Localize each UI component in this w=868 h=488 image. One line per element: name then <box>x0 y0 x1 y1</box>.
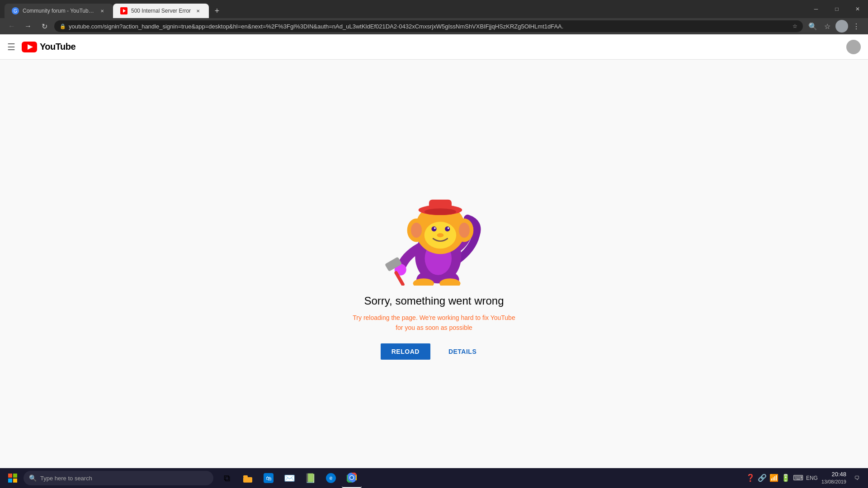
new-tab-button[interactable]: + <box>211 5 223 17</box>
error-title: Sorry, something went wrong <box>364 295 504 307</box>
browser-tab-2[interactable]: 500 Internal Server Error ✕ <box>113 4 209 18</box>
taskbar-search-icon: 🔍 <box>29 474 37 482</box>
taskbar-app-store[interactable]: 🛍 <box>259 468 278 488</box>
svg-text:G: G <box>14 9 17 14</box>
battery-icon: 🔋 <box>781 474 790 482</box>
extensions-icon[interactable]: ⋮ <box>850 20 863 33</box>
youtube-logo-text: YouTube <box>40 42 75 52</box>
youtube-page: ☰ YouTube <box>0 34 868 468</box>
close-button[interactable]: ✕ <box>847 0 868 18</box>
yt-user-avatar[interactable] <box>846 40 861 54</box>
address-bar[interactable]: 🔒 youtube.com/signin?action_handle_signi… <box>54 20 803 32</box>
browser-tab-1[interactable]: G Community forum - YouTube He... ✕ <box>5 4 113 18</box>
taskbar-right: ❓ 🔗 📶 🔋 ⌨ ENG 20:48 13/08/2019 🗨 <box>746 470 864 486</box>
youtube-header: ☰ YouTube <box>0 34 868 60</box>
taskbar-app-chrome[interactable] <box>342 468 362 488</box>
hamburger-menu-icon[interactable]: ☰ <box>7 42 15 52</box>
clock-time: 20:48 <box>821 470 846 479</box>
tab1-title: Community forum - YouTube He... <box>23 8 95 14</box>
taskbar-app-green[interactable]: 📗 <box>300 468 320 488</box>
yt-header-right <box>846 40 861 54</box>
taskbar-app-explorer[interactable] <box>238 468 258 488</box>
svg-rect-32 <box>13 479 17 483</box>
start-button[interactable] <box>4 469 22 487</box>
svg-rect-30 <box>13 474 17 478</box>
network-icon[interactable]: 🔗 <box>758 474 767 482</box>
taskbar-app-edge[interactable]: e <box>321 468 341 488</box>
svg-rect-34 <box>243 475 248 478</box>
windows-taskbar: 🔍 Type here to search ⧉ 🛍 ✉️ 📗 e <box>0 468 868 488</box>
svg-rect-31 <box>8 479 12 483</box>
bookmark-icon[interactable]: ☆ <box>793 23 797 29</box>
search-toolbar-icon[interactable]: 🔍 <box>807 20 819 33</box>
svg-rect-33 <box>243 477 252 483</box>
tab2-title: 500 Internal Server Error <box>131 8 191 14</box>
svg-text:e: e <box>330 475 333 481</box>
details-button[interactable]: DETAILS <box>438 343 487 360</box>
tab2-favicon <box>120 7 127 14</box>
back-button[interactable]: ← <box>5 20 18 33</box>
chrome-addressbar: ← → ↻ 🔒 youtube.com/signin?action_handle… <box>0 18 868 34</box>
lock-icon: 🔒 <box>60 23 66 29</box>
svg-point-28 <box>425 208 457 215</box>
error-subtitle-line2: for you as soon as possible <box>396 324 472 331</box>
svg-point-22 <box>445 226 450 231</box>
window-controls: ─ □ ✕ <box>806 0 868 18</box>
taskbar-search-placeholder: Type here to search <box>40 475 92 482</box>
forward-button[interactable]: → <box>22 20 34 33</box>
maximize-button[interactable]: □ <box>826 0 847 18</box>
clock-date: 13/08/2019 <box>821 479 846 485</box>
tab2-close-button[interactable]: ✕ <box>194 7 202 14</box>
taskbar-app-mail[interactable]: ✉️ <box>279 468 299 488</box>
svg-rect-29 <box>8 474 12 478</box>
error-subtitle-line1: Try reloading the page. We're working ha… <box>353 314 515 321</box>
svg-point-23 <box>434 227 436 229</box>
svg-point-25 <box>437 233 444 237</box>
toolbar-icons: 🔍 ☆ ⋮ <box>807 20 863 33</box>
taskbar-search-box[interactable]: 🔍 Type here to search <box>24 471 213 485</box>
reload-nav-button[interactable]: ↻ <box>38 20 51 33</box>
error-buttons: RELOAD DETAILS <box>381 343 487 360</box>
svg-text:🛍: 🛍 <box>266 475 272 482</box>
svg-point-24 <box>448 227 449 229</box>
url-text: youtube.com/signin?action_handle_signin=… <box>69 23 790 30</box>
youtube-logo-icon <box>22 42 37 52</box>
tab1-favicon: G <box>12 7 19 14</box>
chrome-titlebar: G Community forum - YouTube He... ✕ 500 … <box>0 0 868 18</box>
minimize-button[interactable]: ─ <box>806 0 826 18</box>
error-subtitle: Try reloading the page. We're working ha… <box>353 313 515 333</box>
wifi-icon: 📶 <box>769 474 778 482</box>
bookmark-toolbar-icon[interactable]: ☆ <box>821 20 834 33</box>
system-tray: ❓ 🔗 📶 🔋 ⌨ ENG <box>746 474 818 482</box>
tabs-area: G Community forum - YouTube He... ✕ 500 … <box>0 0 806 18</box>
notification-icon[interactable]: 🗨 <box>850 471 864 485</box>
reload-button[interactable]: RELOAD <box>381 343 430 360</box>
taskbar-apps: ⧉ 🛍 ✉️ 📗 e <box>217 468 362 488</box>
taskbar-clock[interactable]: 20:48 13/08/2019 <box>821 470 846 486</box>
language-label: ENG <box>806 475 818 481</box>
user-avatar[interactable] <box>835 20 848 33</box>
monkey-illustration <box>375 168 493 286</box>
svg-point-17 <box>411 222 422 237</box>
youtube-logo[interactable]: ☰ YouTube <box>7 42 75 52</box>
help-icon[interactable]: ❓ <box>746 474 755 482</box>
tab1-close-button[interactable]: ✕ <box>99 7 106 14</box>
error-content: Sorry, something went wrong Try reloadin… <box>0 60 868 468</box>
svg-point-41 <box>350 476 354 479</box>
taskbar-app-taskview[interactable]: ⧉ <box>217 468 237 488</box>
keyboard-icon: ⌨ <box>793 474 803 482</box>
svg-point-21 <box>431 226 436 231</box>
svg-point-19 <box>459 222 470 237</box>
